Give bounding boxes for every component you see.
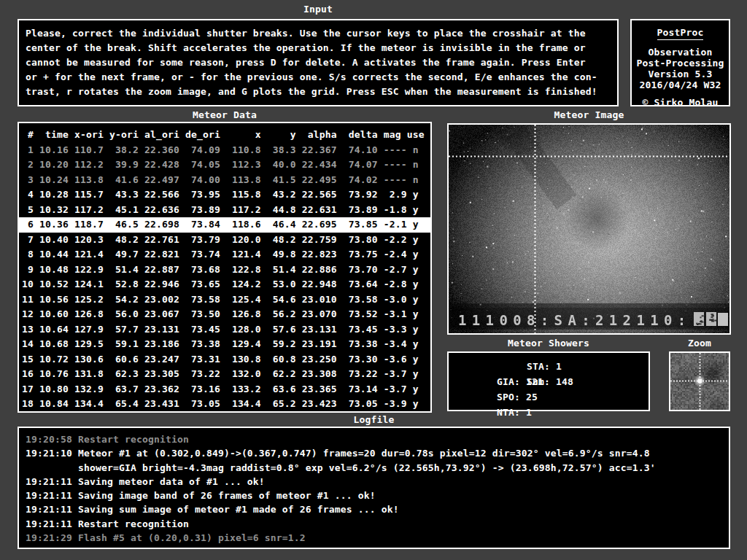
instruction-line: cannot be measured for some reason, pres… — [26, 55, 617, 70]
table-row: 9 10.48 122.9 51.4 22.887 73.68 122.8 51… — [19, 262, 430, 278]
instruction-line: trast, r rotates the zoom image, and G p… — [26, 85, 617, 99]
postproc-line: 2016/04/24 W32 — [632, 79, 729, 90]
shower-label: Sum: — [527, 376, 550, 387]
table-row: 13 10.64 127.9 57.7 23.131 73.45 128.0 5… — [19, 322, 430, 338]
table-row: 18 10.84 134.4 65.4 23.431 73.05 134.4 6… — [19, 397, 430, 412]
postproc-app-screen: Input Please, correct the individual shu… — [0, 0, 747, 560]
table-header: # time x-ori y-ori al_ori de_ori x y alp… — [19, 128, 430, 143]
table-row: 2 10.20 112.2 39.9 22.428 74.05 112.3 40… — [19, 158, 430, 173]
meteor-image-title: Meteor Image — [447, 109, 731, 120]
log-line: shower=GIA bright=-4.3mag raddist=0.8° e… — [26, 461, 729, 475]
postproc-line: Observation — [632, 47, 729, 58]
shower-sta: STA:1 — [527, 359, 562, 374]
instruction-line: or + for the next frame, or - for the pr… — [26, 70, 617, 85]
table-row: 12 10.60 126.8 56.0 23.067 73.50 126.8 5… — [19, 307, 430, 322]
log-line: 19:20:58 Restart recognition — [26, 432, 729, 446]
table-row: 16 10.76 131.8 62.3 23.305 73.22 132.0 6… — [19, 367, 430, 382]
shower-label: STA: — [527, 361, 550, 372]
postproc-copyright: © Sirko Molau — [632, 97, 729, 108]
postproc-line: Post-Processing — [632, 58, 729, 69]
input-panel: Please, correct the individual shutter b… — [18, 19, 619, 106]
postproc-about-panel: PostProc Observation Post-Processing Ver… — [630, 19, 730, 106]
table-row: 14 10.68 129.5 59.1 23.186 73.38 129.4 5… — [19, 337, 430, 352]
table-row: 5 10.32 117.2 45.1 22.636 73.89 117.2 44… — [19, 203, 430, 218]
table-row: 8 10.44 121.4 49.7 22.821 73.74 121.4 49… — [19, 247, 430, 262]
postproc-line: Version 5.3 — [632, 69, 729, 79]
log-line: 19:21:11 Saving image band of 26 frames … — [26, 489, 729, 502]
log-line: 19:21:11 Restart recognition — [26, 517, 729, 531]
logfile-title: Logfile — [18, 414, 730, 425]
log-line: 19:21:29 Flash #5 at (0.20,0.31) pixel=6… — [26, 531, 729, 545]
table-row: 7 10.40 120.3 48.2 22.761 73.79 120.0 48… — [19, 233, 430, 248]
log-line: 19:21:10 Meteor #1 at (0.302,0.849)->(0.… — [26, 446, 729, 460]
shower-line: NTA:1 — [462, 389, 649, 405]
shower-count: 148 — [556, 376, 573, 387]
instruction-line: center of the break. Shift accelerates t… — [26, 41, 617, 55]
table-row: 1 10.16 110.7 38.2 22.360 74.09 110.8 38… — [19, 143, 430, 158]
shower-line: GIA:121 STA:1 — [462, 359, 649, 374]
meteor-data-table: # time x-ori y-ori al_ori de_ori x y alp… — [19, 128, 430, 412]
meteor-data-panel: # time x-ori y-ori al_ori de_ori x y alp… — [18, 122, 432, 413]
zoom-panel — [669, 351, 730, 411]
zoom-title: Zoom — [669, 338, 730, 349]
table-row: 11 10.56 125.2 54.2 23.002 73.58 125.4 5… — [19, 292, 430, 308]
input-panel-title: Input — [18, 4, 619, 15]
logfile-panel: 19:20:58 Restart recognition19:21:10 Met… — [18, 427, 730, 549]
table-row: 3 10.24 113.8 41.6 22.497 74.00 113.8 41… — [19, 173, 430, 188]
table-row: 4 10.28 115.7 43.3 22.566 73.95 115.8 43… — [19, 187, 430, 203]
log-line: 19:21:11 Saving meteor data of #1 ... ok… — [26, 475, 729, 489]
log-line: 19:21:11 Saving sum image of meteor #1 m… — [26, 502, 729, 516]
table-row: 15 10.72 130.6 60.6 23.247 73.31 130.8 6… — [19, 352, 430, 368]
meteor-image-canvas — [449, 125, 729, 333]
logfile-lines: 19:20:58 Restart recognition19:21:10 Met… — [26, 432, 729, 545]
meteor-image-panel — [447, 123, 731, 335]
shower-line: SPO:25 Sum:148 — [462, 374, 649, 389]
table-row: 10 10.52 124.1 52.8 22.946 73.65 124.2 5… — [19, 277, 430, 292]
meteor-data-title: Meteor Data — [18, 109, 432, 120]
zoom-image-canvas — [670, 353, 729, 410]
shower-sum: Sum:148 — [527, 374, 573, 389]
instruction-line: Please, correct the individual shutter b… — [26, 26, 617, 41]
table-row: 17 10.80 132.9 63.7 23.362 73.16 133.2 6… — [19, 382, 430, 397]
shower-count: 1 — [556, 361, 562, 372]
meteor-showers-title: Meteor Showers — [447, 338, 650, 349]
postproc-title: PostProc — [657, 27, 704, 40]
meteor-showers-panel: GIA:121 STA:1 SPO:25 Sum:148 NTA:1 — [447, 351, 650, 411]
table-row-selected: 6 10.36 118.7 46.5 22.698 73.84 118.6 46… — [19, 217, 430, 233]
